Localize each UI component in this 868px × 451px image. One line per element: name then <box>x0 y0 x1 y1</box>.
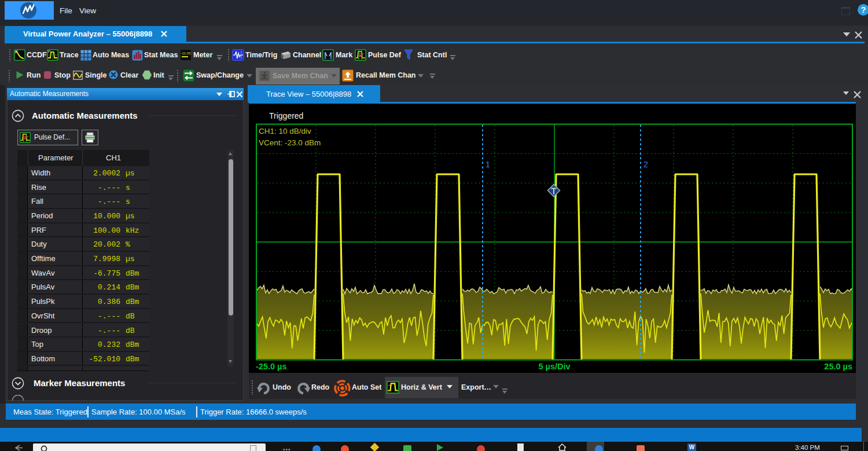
svg-text:VCent: -23.0 dBm: VCent: -23.0 dBm <box>259 138 321 147</box>
svg-text:1: 1 <box>486 160 490 169</box>
svg-text:CH1: 10 dB/div: CH1: 10 dB/div <box>259 127 311 135</box>
svg-text:-25.0 µs: -25.0 µs <box>256 362 287 371</box>
svg-text:25.0 µs: 25.0 µs <box>824 362 852 371</box>
svg-text:5 µs/Div: 5 µs/Div <box>538 362 570 371</box>
svg-text:-21.05: -21.05 <box>181 52 191 55</box>
svg-text:2: 2 <box>643 160 648 169</box>
